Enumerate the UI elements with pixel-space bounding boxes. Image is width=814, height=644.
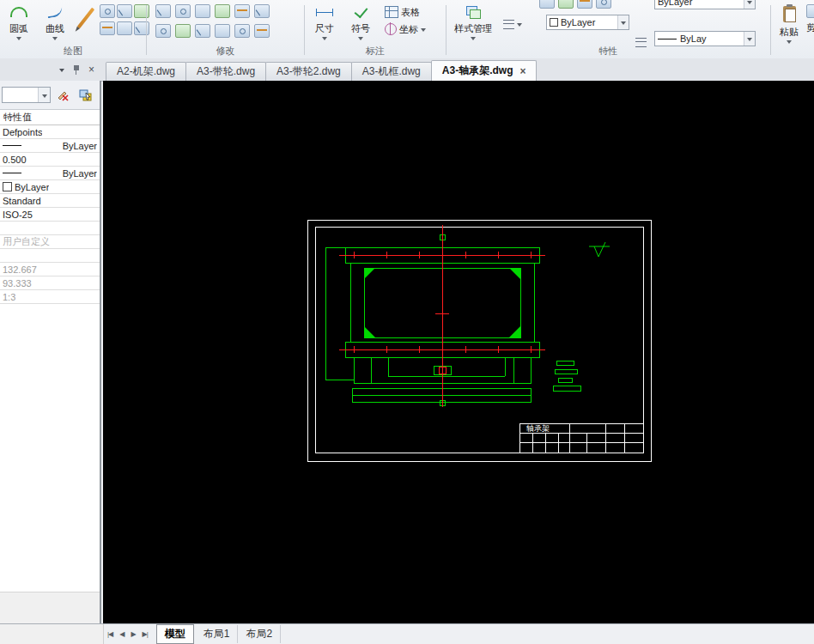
quick-tool-icon[interactable]	[539, 0, 555, 9]
chevron-down-icon	[358, 37, 363, 40]
chevron-down-icon	[322, 37, 327, 40]
panel-footer-area	[0, 592, 100, 623]
panel-menu-icon[interactable]	[59, 69, 64, 72]
prop-row-textstyle[interactable]: Standard	[0, 194, 100, 208]
draw-tool-icon[interactable]	[117, 4, 132, 18]
modify-tool-icon[interactable]	[215, 24, 230, 38]
drawing-canvas[interactable]: 轴承架	[103, 81, 814, 623]
draw-tool-icon[interactable]	[117, 21, 132, 35]
combo-arrow-button[interactable]	[617, 15, 629, 29]
color-combobox[interactable]: ByLayer	[654, 0, 756, 9]
layer-value: ByLayer	[561, 17, 617, 27]
dimension-button[interactable]: 尺寸	[308, 2, 341, 46]
tab-layout2[interactable]: 布局2	[238, 625, 281, 643]
modify-tool-icon[interactable]	[254, 4, 270, 18]
panel-close-icon[interactable]: ×	[88, 64, 94, 75]
panel-label-modify: 修改	[147, 45, 304, 58]
table-button[interactable]: 表格	[382, 3, 428, 21]
curve-icon	[46, 3, 64, 21]
layer-menu-button[interactable]	[501, 15, 525, 33]
cut-icon	[806, 4, 814, 18]
arc-icon	[9, 3, 28, 21]
edit-cancel-button[interactable]	[53, 85, 72, 104]
draw-tool-icon[interactable]	[100, 21, 115, 35]
paste-button[interactable]: 粘贴	[773, 2, 805, 55]
color-swatch-icon	[3, 182, 12, 191]
doc-tab[interactable]: A3-机框.dwg	[351, 62, 432, 81]
status-bar: |◀ ◀ ▶ ▶| 模型 布局1 布局2	[0, 623, 814, 644]
chevron-down-icon	[421, 28, 426, 32]
sketch-button[interactable]	[74, 2, 98, 46]
combo-arrow-button[interactable]	[744, 32, 755, 46]
ribbon-group-annotate: 尺寸 符号 表格 坐标 标注	[305, 0, 446, 58]
first-tab-icon[interactable]: |◀	[104, 630, 116, 638]
menu-lines-icon	[503, 20, 514, 29]
prop-row-scale[interactable]: 1:3	[0, 290, 100, 304]
prop-row-height[interactable]: 93.333	[0, 276, 100, 290]
dimension-icon	[315, 3, 334, 21]
tab-layout1[interactable]: 布局1	[196, 625, 239, 643]
layer-swatch-icon	[550, 18, 558, 27]
table-label: 表格	[401, 6, 420, 19]
combo-arrow-button[interactable]	[38, 88, 50, 102]
prop-row-width[interactable]: 132.667	[0, 263, 100, 276]
pick-object-button[interactable]	[76, 85, 94, 104]
prop-row-linetype2[interactable]: ByLayer	[0, 167, 100, 180]
curve-button[interactable]: 曲线	[38, 2, 72, 46]
doc-tab[interactable]: A2-机架.dwg	[106, 62, 186, 81]
modify-tool-icon[interactable]	[155, 24, 171, 38]
modify-tool-icon[interactable]	[195, 24, 210, 38]
doc-tab[interactable]: A3-带轮2.dwg	[265, 62, 352, 81]
modify-tool-icon[interactable]	[175, 24, 191, 38]
cut-button-clipped[interactable]: 剪	[806, 4, 814, 34]
modify-tool-icon[interactable]	[234, 24, 250, 38]
prop-row-empty	[0, 222, 100, 235]
arc-button[interactable]: 圆弧	[2, 2, 36, 46]
modify-tool-icon[interactable]	[234, 4, 250, 18]
symbol-button[interactable]: 符号	[344, 2, 377, 46]
modify-tool-icon[interactable]	[254, 24, 270, 38]
property-filter-combobox[interactable]	[2, 87, 51, 103]
cursor-layers-icon	[78, 88, 92, 101]
doc-tab-active[interactable]: A3-轴承架.dwg ×	[431, 60, 538, 81]
curve-label: 曲线	[46, 22, 64, 35]
style-manager-button[interactable]: 样式管理	[452, 2, 495, 46]
prop-row-layer[interactable]: Defpoints	[0, 125, 100, 139]
doc-tab-label: A3-轴承架.dwg	[442, 64, 513, 78]
panel-label-draw: 绘图	[0, 45, 146, 58]
last-tab-icon[interactable]: ▶|	[139, 630, 151, 638]
dimension-label: 尺寸	[315, 22, 334, 35]
properties-title: 特性值	[3, 112, 32, 122]
prop-row-lineweight[interactable]: 0.500	[0, 153, 100, 167]
modify-tool-icon[interactable]	[195, 4, 210, 18]
document-tabs: A2-机架.dwg A3-带轮.dwg A3-带轮2.dwg A3-机框.dwg…	[106, 60, 536, 81]
arc-label: 圆弧	[9, 22, 28, 35]
combo-arrow-button[interactable]	[744, 0, 755, 9]
next-tab-icon[interactable]: ▶	[127, 630, 138, 638]
modify-tool-icon[interactable]	[155, 4, 171, 18]
doc-tab[interactable]: A3-带轮.dwg	[185, 62, 266, 81]
chevron-down-icon	[52, 37, 58, 40]
ribbon-group-draw: 圆弧 曲线 绘图	[0, 0, 146, 58]
prop-row-dimstyle[interactable]: ISO-25	[0, 208, 100, 222]
prop-value-width: 132.667	[3, 264, 37, 275]
close-tab-icon[interactable]: ×	[519, 65, 525, 77]
modify-tool-icon[interactable]	[215, 4, 230, 18]
prop-row-linetype[interactable]: ByLayer	[0, 139, 100, 153]
pin-icon[interactable]	[72, 65, 81, 75]
prop-row-color[interactable]: ByLayer	[0, 180, 100, 194]
coordinate-button[interactable]: 坐标	[382, 21, 428, 38]
properties-panel: 特性值 Defpoints ByLayer 0.500 ByLayer ByLa…	[0, 81, 101, 623]
quick-tool-icon[interactable]	[577, 0, 592, 9]
pencil-x-icon	[56, 88, 70, 101]
modify-tool-icon[interactable]	[175, 4, 191, 18]
ribbon-group-modify: 修改	[147, 0, 304, 58]
prev-tab-icon[interactable]: ◀	[116, 630, 127, 638]
tab-model[interactable]: 模型	[156, 624, 194, 644]
linetype-line-icon	[3, 173, 21, 173]
quick-tool-icon[interactable]	[596, 0, 611, 9]
draw-tool-icon[interactable]	[100, 4, 115, 18]
ribbon: 圆弧 曲线 绘图	[0, 0, 814, 59]
layer-combobox[interactable]: ByLayer	[546, 15, 629, 30]
quick-tool-icon[interactable]	[558, 0, 574, 9]
